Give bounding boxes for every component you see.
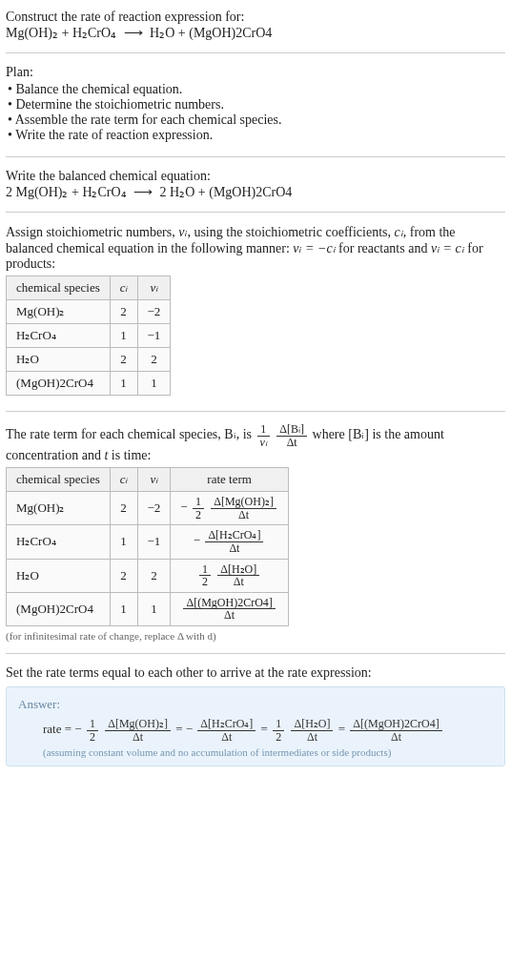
answer-label: Answer: [18,697,493,712]
divider [6,52,505,53]
denominator: 2 [193,509,204,521]
eq-right: H₂O + (MgOH)2CrO4 [150,26,272,40]
conc-fraction: Δ[Mg(OH)₂] Δt [211,496,276,521]
table-row: (MgOH)2CrO4 1 1 Δ[(MgOH)2CrO4] Δt [7,592,289,625]
intro-section: Construct the rate of reaction expressio… [6,4,505,47]
conc-fraction: Δ[Mg(OH)₂] Δt [105,718,171,743]
balanced-intro: Write the balanced chemical equation: [6,169,505,184]
final-section: Set the rate terms equal to each other t… [6,660,505,772]
cell-c: 1 [110,372,137,396]
rate-term-table: chemical species cᵢ νᵢ rate term Mg(OH)₂… [6,467,289,626]
col-rate: rate term [171,468,289,492]
numerator: Δ[H₂CrO₄] [205,529,263,542]
cell-rate: − Δ[H₂CrO₄] Δt [171,525,289,559]
coef-fraction: 1 2 [199,563,211,588]
prefix: − [74,722,81,736]
infinitesimal-note: (for infinitesimal rate of change, repla… [6,630,505,642]
divider [6,156,505,157]
stoich-text: for reactants and [336,241,431,255]
table-row: H₂O 2 2 1 2 Δ[H₂O] Δt [7,559,289,592]
denominator: Δt [291,731,333,744]
cell-nu: −1 [137,525,171,559]
cell-c: 2 [110,348,137,372]
coef-fraction: 1 2 [193,496,204,521]
cell-species: (MgOH)2CrO4 [7,592,111,625]
eq-left: Mg(OH)₂ + H₂CrO₄ [6,26,116,40]
cell-c: 1 [110,592,137,625]
stoich-text: Assign stoichiometric numbers, [6,225,178,239]
denominator: νᵢ [257,437,270,449]
arrow-icon: ⟶ [130,184,156,200]
balanced-equation: 2 Mg(OH)₂ + H₂CrO₄ ⟶ 2 H₂O + (MgOH)2CrO4 [6,184,505,200]
numerator: 1 [273,718,284,731]
cell-rate: Δ[(MgOH)2CrO4] Δt [171,592,289,625]
plan-item: Balance the chemical equation. [8,82,505,97]
cell-nu: −2 [137,300,171,324]
cell-c: 2 [110,492,137,525]
conc-fraction: Δ[H₂CrO₄] Δt [205,529,263,554]
plan-list: Balance the chemical equation. Determine… [6,82,505,143]
prefix: = − [175,722,193,736]
numerator: Δ[(MgOH)2CrO4] [183,597,275,610]
stoich-section: Assign stoichiometric numbers, νᵢ, using… [6,218,505,405]
coef-fraction: 1 2 [87,718,98,743]
cell-nu: 2 [137,559,171,592]
cell-c: 1 [110,324,137,348]
conc-fraction: Δ[H₂CrO₄] Δt [197,718,256,743]
numerator: 1 [193,496,204,509]
cell-c: 2 [110,559,137,592]
col-species: chemical species [7,276,111,300]
plan-item: Assemble the rate term for each chemical… [8,112,505,128]
numerator: 1 [257,423,270,437]
denominator: 2 [273,731,284,744]
cell-species: H₂O [7,348,111,372]
cell-nu: 1 [137,372,171,396]
assumption-note: (assuming constant volume and no accumul… [18,746,493,758]
cell-c: 2 [110,300,137,324]
rel-reactants: νᵢ = −cᵢ [293,241,335,255]
divider [6,411,505,412]
denominator: Δt [197,731,256,744]
cell-c: 1 [110,525,137,559]
plan-item: Write the rate of reaction expression. [8,128,505,143]
table-header-row: chemical species cᵢ νᵢ rate term [7,468,289,492]
c-i: cᵢ [395,225,403,239]
cell-nu: −1 [137,324,171,348]
rate-text: The rate term for each chemical species,… [6,427,256,441]
balanced-right: 2 H₂O + (MgOH)2CrO4 [160,185,293,199]
rel-products: νᵢ = cᵢ [431,241,464,255]
balanced-left: 2 Mg(OH)₂ + H₂CrO₄ [6,185,127,199]
plan-section: Plan: Balance the chemical equation. Det… [6,59,505,151]
fraction: Δ[Bᵢ] Δt [276,423,307,448]
col-ci: cᵢ [110,276,137,300]
numerator: Δ[(MgOH)2CrO4] [350,718,441,731]
cell-species: Mg(OH)₂ [7,492,111,525]
numerator: Δ[H₂CrO₄] [197,718,256,731]
equals: = [65,722,72,736]
table-row: (MgOH)2CrO4 1 1 [7,372,171,396]
conc-fraction: Δ[(MgOH)2CrO4] Δt [350,718,441,743]
numerator: Δ[Mg(OH)₂] [211,496,276,509]
conc-fraction: Δ[(MgOH)2CrO4] Δt [183,597,275,622]
table-row: Mg(OH)₂ 2 −2 [7,300,171,324]
cell-nu: −2 [137,492,171,525]
cell-nu: 2 [137,348,171,372]
divider [6,212,505,213]
denominator: 2 [199,576,211,588]
col-nui: νᵢ [137,276,171,300]
denominator: 2 [87,731,98,744]
numerator: 1 [199,563,211,577]
col-species: chemical species [7,468,111,492]
denominator: Δt [350,731,441,744]
cell-species: Mg(OH)₂ [7,300,111,324]
table-row: H₂CrO₄ 1 −1 − Δ[H₂CrO₄] Δt [7,525,289,559]
denominator: Δt [211,509,276,521]
coef-fraction: 1 2 [273,718,284,743]
numerator: 1 [87,718,98,731]
cell-species: (MgOH)2CrO4 [7,372,111,396]
denominator: Δt [105,731,171,744]
stoich-text: , using the stoichiometric coefficients, [187,225,394,239]
cell-species: H₂CrO₄ [7,525,111,559]
rate-expression: rate = − 1 2 Δ[Mg(OH)₂] Δt = − Δ[H₂CrO₄]… [18,718,493,743]
numerator: Δ[H₂O] [217,563,259,577]
